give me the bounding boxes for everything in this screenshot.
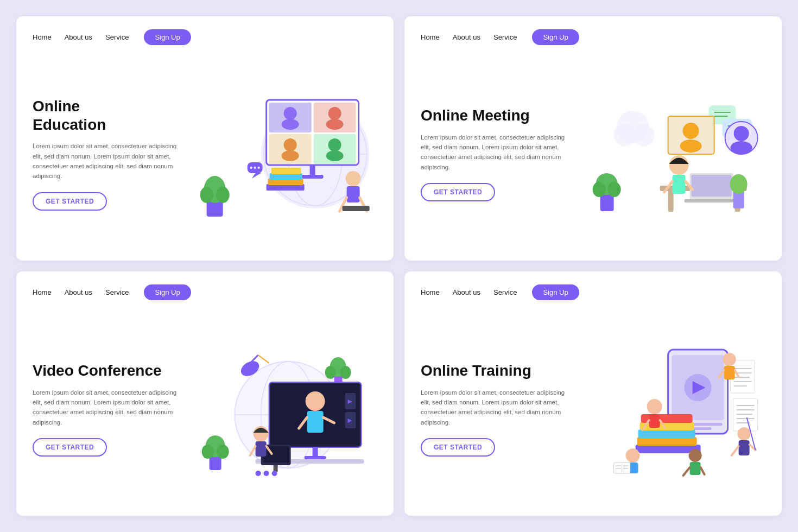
svg-point-106: [255, 471, 261, 476]
get-started-meeting[interactable]: GET STARTED: [421, 183, 495, 201]
svg-rect-133: [637, 437, 696, 446]
svg-point-51: [730, 141, 752, 154]
svg-point-146: [625, 448, 639, 463]
svg-point-107: [263, 471, 269, 476]
svg-rect-56: [691, 175, 731, 197]
card-online-meeting: Home About us Service Sign Up Online Mee…: [404, 16, 782, 261]
svg-point-141: [737, 427, 750, 440]
svg-marker-33: [251, 173, 261, 179]
nav-home-conf[interactable]: Home: [33, 288, 52, 296]
svg-point-81: [340, 366, 351, 379]
svg-rect-129: [724, 366, 734, 379]
card-title-meeting: Online Meeting: [421, 106, 571, 125]
svg-point-34: [250, 167, 252, 169]
nav-service-meet[interactable]: Service: [493, 33, 517, 41]
svg-rect-138: [649, 414, 660, 428]
svg-point-13: [283, 138, 296, 151]
nav-conference: Home About us Service Sign Up: [33, 284, 377, 300]
card-online-education: Home About us Service Sign Up OnlineEduc…: [16, 16, 394, 261]
nav-home-edu[interactable]: Home: [33, 33, 52, 41]
svg-point-67: [730, 174, 747, 194]
svg-point-16: [326, 150, 343, 161]
svg-rect-93: [304, 456, 326, 459]
nav-home-meet[interactable]: Home: [421, 33, 440, 41]
card-video-conference: Home About us Service Sign Up Video Conf…: [16, 271, 394, 516]
card-desc-meeting: Lorem ipsum dolor sit amet, consectetuer…: [421, 132, 571, 173]
svg-line-157: [700, 467, 704, 474]
card-content-meeting: Online Meeting Lorem ipsum dolor sit ame…: [421, 60, 765, 248]
card-title-training: Online Training: [421, 362, 571, 380]
svg-point-50: [733, 126, 749, 141]
nav-about-edu[interactable]: About us: [65, 33, 92, 41]
card-title-conference: Video Conference: [33, 362, 182, 380]
nav-training: Home About us Service Sign Up: [421, 284, 765, 300]
svg-point-14: [281, 150, 299, 161]
nav-about-conf[interactable]: About us: [65, 288, 92, 296]
svg-point-23: [345, 171, 360, 186]
svg-point-105: [217, 445, 229, 459]
svg-point-47: [682, 123, 699, 139]
svg-rect-96: [262, 446, 289, 463]
svg-point-9: [283, 107, 296, 120]
nav-service-edu[interactable]: Service: [105, 33, 129, 41]
svg-point-31: [216, 187, 229, 203]
svg-rect-24: [346, 186, 359, 202]
illustration-education: [188, 84, 377, 225]
svg-point-128: [723, 353, 736, 366]
nav-service-conf[interactable]: Service: [105, 288, 129, 296]
svg-point-36: [257, 167, 259, 169]
get-started-conference[interactable]: GET STARTED: [33, 438, 107, 457]
get-started-training[interactable]: GET STARTED: [421, 438, 495, 457]
nav-signup-train[interactable]: Sign Up: [532, 284, 579, 300]
svg-point-104: [201, 445, 213, 459]
nav-signup-meet[interactable]: Sign Up: [532, 29, 579, 45]
card-title-education: OnlineEducation: [33, 97, 182, 134]
illustration-meeting: [576, 84, 765, 225]
svg-point-48: [680, 140, 701, 153]
svg-rect-59: [672, 175, 685, 194]
svg-rect-17: [309, 165, 315, 176]
card-desc-education: Lorem ipsum dolor sit amet, consectetuer…: [33, 141, 182, 181]
nav-about-meet[interactable]: About us: [453, 33, 480, 41]
svg-rect-99: [255, 441, 266, 457]
svg-point-80: [325, 366, 335, 379]
svg-rect-142: [738, 440, 749, 455]
svg-rect-18: [301, 175, 323, 179]
svg-rect-22: [271, 168, 301, 174]
svg-rect-57: [684, 199, 738, 202]
svg-line-156: [683, 467, 689, 476]
svg-point-35: [254, 167, 256, 169]
card-text-conference: Video Conference Lorem ipsum dolor sit a…: [33, 362, 188, 457]
card-content-education: OnlineEducation Lorem ipsum dolor sit am…: [33, 60, 377, 248]
svg-point-70: [632, 124, 654, 146]
svg-point-69: [613, 124, 635, 146]
svg-line-77: [258, 355, 269, 363]
svg-point-64: [592, 182, 605, 197]
svg-point-84: [305, 391, 325, 411]
card-desc-conference: Lorem ipsum dolor sit amet, consectetuer…: [33, 388, 182, 428]
svg-point-65: [607, 182, 620, 197]
nav-service-train[interactable]: Service: [493, 288, 517, 296]
card-content-conference: Video Conference Lorem ipsum dolor sit a…: [33, 315, 377, 503]
nav-about-train[interactable]: About us: [453, 288, 480, 296]
svg-point-12: [326, 119, 343, 130]
svg-point-30: [200, 187, 213, 203]
svg-point-154: [688, 449, 701, 462]
illustration-conference: [188, 339, 377, 480]
svg-rect-92: [312, 447, 318, 457]
svg-point-11: [328, 107, 341, 120]
svg-rect-27: [342, 206, 369, 211]
svg-point-15: [328, 138, 341, 151]
get-started-education[interactable]: GET STARTED: [33, 192, 107, 211]
nav-signup-edu[interactable]: Sign Up: [144, 29, 191, 45]
nav-meeting: Home About us Service Sign Up: [421, 29, 765, 45]
nav-education: Home About us Service Sign Up: [33, 29, 377, 45]
nav-home-train[interactable]: Home: [421, 288, 440, 296]
svg-rect-134: [638, 429, 695, 438]
card-content-training: Online Training Lorem ipsum dolor sit am…: [421, 315, 765, 503]
card-text-meeting: Online Meeting Lorem ipsum dolor sit ame…: [421, 106, 576, 201]
nav-signup-conf[interactable]: Sign Up: [144, 284, 191, 300]
svg-point-108: [271, 471, 277, 476]
svg-rect-155: [689, 462, 700, 475]
card-text-education: OnlineEducation Lorem ipsum dolor sit am…: [33, 97, 188, 211]
